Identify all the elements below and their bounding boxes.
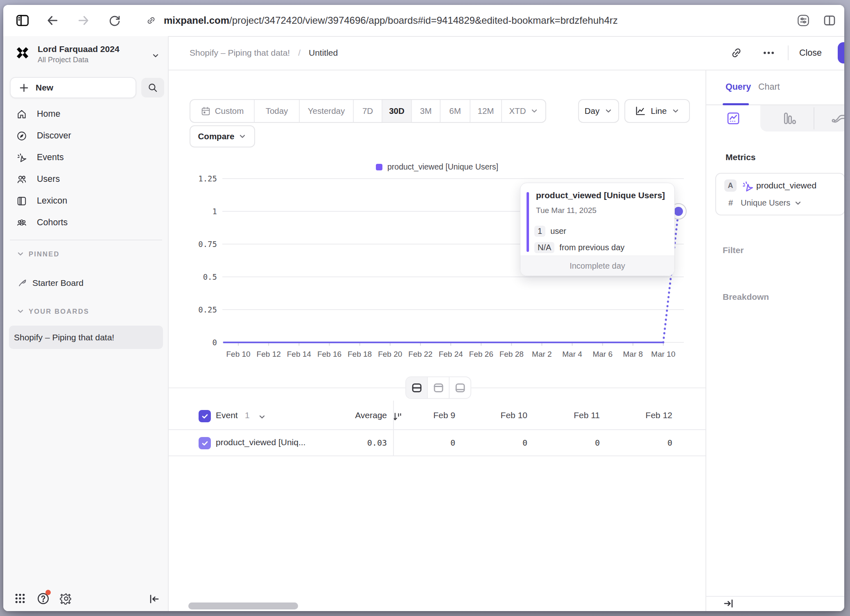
sidebar-item-label: Lexicon [37, 196, 67, 206]
layout-split-button[interactable] [406, 377, 427, 398]
sidebar-item-label: Cohorts [37, 217, 68, 228]
sidebar-divider [10, 240, 162, 240]
users-icon [16, 174, 27, 185]
browser-extensions-icon[interactable] [797, 14, 810, 27]
layout-table-only-button[interactable] [449, 377, 470, 398]
layout-top-icon [432, 382, 445, 394]
filter-section-label[interactable]: Filter [723, 245, 744, 255]
browser-sidebar-toggle-icon[interactable] [16, 14, 29, 27]
svg-text:Feb 28: Feb 28 [500, 350, 524, 358]
pinned-section-header[interactable]: PINNED [16, 250, 60, 258]
sidebar-item-events[interactable]: Events [3, 147, 168, 168]
reload-icon[interactable] [108, 14, 121, 27]
url-domain: mixpanel.com [164, 15, 229, 26]
select-all-checkbox[interactable] [199, 410, 211, 422]
plus-icon [20, 84, 28, 92]
average-column-label[interactable]: Average [317, 410, 387, 420]
breakdown-section-label[interactable]: Breakdown [723, 292, 769, 302]
check-icon [201, 439, 209, 447]
address-bar[interactable]: mixpanel.com/project/3472420/view/397469… [164, 15, 618, 26]
flows-report-icon[interactable] [831, 111, 844, 125]
metric-card[interactable]: A product_viewed # Unique Users [715, 173, 844, 215]
sidebar-item-label: Users [37, 174, 60, 184]
save-button-partial[interactable] [838, 42, 844, 63]
your-boards-section-header[interactable]: YOUR BOARDS [16, 307, 89, 315]
forward-icon [77, 14, 90, 27]
metric-event-name: product_viewed [756, 181, 816, 190]
range-12m[interactable]: 12M [470, 100, 501, 122]
tab-chart[interactable]: Chart [758, 82, 780, 92]
header-divider [788, 45, 789, 60]
expand-panel-icon[interactable] [723, 598, 735, 609]
back-icon[interactable] [46, 14, 59, 27]
pinned-label: PINNED [29, 250, 60, 258]
row-checkbox[interactable] [199, 437, 211, 449]
sidebar-item-discover[interactable]: Discover [3, 125, 168, 147]
granularity-value: Day [585, 106, 599, 116]
range-3m[interactable]: 3M [411, 100, 440, 122]
range-today[interactable]: Today [254, 100, 299, 122]
chevron-down-icon [530, 107, 538, 115]
url-path: /project/3472420/view/3974696/app/boards… [229, 15, 618, 26]
compare-button[interactable]: Compare [190, 125, 255, 147]
svg-text:Feb 20: Feb 20 [378, 350, 402, 358]
granularity-dropdown[interactable]: Day [578, 99, 619, 123]
cell-value: 0 [458, 438, 527, 448]
split-view-icon[interactable] [823, 14, 836, 27]
workspace-switcher[interactable]: Lord Farquaad 2024 All Project Data [3, 43, 168, 69]
range-label: 12M [478, 106, 494, 116]
layout-chart-only-button[interactable] [427, 377, 449, 398]
funnels-report-icon[interactable] [783, 111, 797, 125]
compare-label: Compare [198, 131, 235, 141]
svg-text:Mar 10: Mar 10 [651, 350, 675, 358]
report-type-tabs [706, 105, 844, 131]
your-boards-label: YOUR BOARDS [29, 308, 89, 315]
cell-value: 0 [603, 438, 672, 448]
chart-type-dropdown[interactable]: Line [624, 99, 690, 123]
sidebar-item-board-shopify[interactable]: Shopify – Piping that data! [9, 326, 163, 349]
url-link-icon [146, 15, 156, 26]
range-yesterday[interactable]: Yesterday [299, 100, 353, 122]
tooltip-title: product_viewed [Unique Users] [536, 190, 665, 200]
breadcrumb: Shopify – Piping that data! / Untitled [190, 36, 338, 70]
sidebar-item-home[interactable]: Home [3, 103, 168, 125]
sidebar-item-lexicon[interactable]: Lexicon [3, 190, 168, 212]
range-7d[interactable]: 7D [353, 100, 382, 122]
column-header-feb-9[interactable]: Feb 9 [386, 410, 455, 420]
column-header-feb-10[interactable]: Feb 10 [458, 410, 527, 420]
collapse-sidebar-icon[interactable] [148, 593, 160, 605]
aggregation-value[interactable]: Unique Users [741, 198, 790, 208]
line-chart-icon [635, 105, 646, 117]
range-xtd[interactable]: XTD [501, 100, 545, 122]
range-label: XTD [509, 106, 526, 116]
sidebar-item-label: Events [37, 152, 64, 163]
horizontal-scrollbar[interactable] [188, 602, 298, 609]
copy-link-icon[interactable] [730, 47, 743, 59]
chevron-down-icon[interactable] [258, 413, 266, 421]
more-options-icon[interactable] [762, 47, 775, 59]
events-icon [16, 152, 27, 163]
breadcrumb-page-title[interactable]: Untitled [309, 48, 338, 58]
apps-grid-icon[interactable] [14, 592, 26, 605]
sidebar-item-starter-board[interactable]: Starter Board [17, 278, 84, 288]
column-header-feb-11[interactable]: Feb 11 [530, 410, 600, 420]
new-button[interactable]: New [10, 77, 136, 98]
search-button[interactable] [141, 78, 164, 97]
table-row[interactable]: product_viewed [Uniq... 0.03 0000 [169, 430, 705, 456]
sidebar-item-cohorts[interactable]: Cohorts [3, 212, 168, 233]
breadcrumb-board[interactable]: Shopify – Piping that data! [190, 48, 290, 58]
gear-icon[interactable] [60, 592, 72, 605]
sidebar-item-users[interactable]: Users [3, 168, 168, 190]
range-6m[interactable]: 6M [440, 100, 470, 122]
tab-query[interactable]: Query [726, 82, 751, 92]
check-icon [201, 412, 209, 420]
column-header-feb-12[interactable]: Feb 12 [603, 410, 672, 420]
range-30d[interactable]: 30D [382, 100, 411, 122]
insights-report-icon[interactable] [726, 111, 740, 125]
search-icon [147, 82, 158, 93]
close-button[interactable]: Close [799, 36, 822, 70]
range-custom[interactable]: Custom [190, 100, 254, 122]
layout-split-icon [411, 382, 423, 394]
tooltip-value: 1 [534, 226, 545, 237]
range-label: 30D [389, 106, 405, 116]
